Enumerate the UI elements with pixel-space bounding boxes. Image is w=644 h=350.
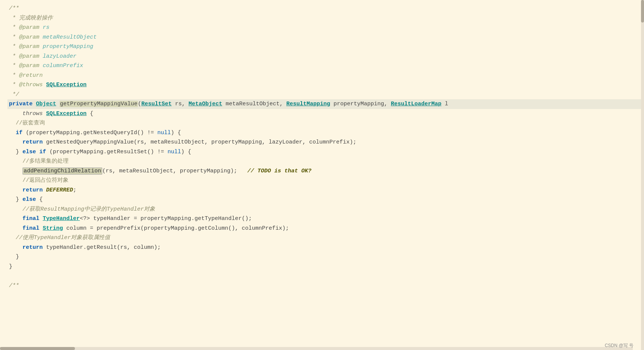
code-line-6: * @param lazyLoader bbox=[7, 52, 644, 61]
vertical-scrollbar-thumb[interactable] bbox=[641, 0, 644, 22]
code-line-27: } bbox=[7, 252, 644, 262]
code-line-20: return DEFERRED; bbox=[7, 185, 644, 195]
code-line-19: //返回占位符对象 bbox=[7, 176, 644, 185]
code-line-2: * 完成映射操作 bbox=[7, 13, 644, 23]
horizontal-scrollbar-thumb[interactable] bbox=[0, 347, 75, 350]
code-line-21: } else { bbox=[7, 195, 644, 205]
code-line-11: private Object getPropertyMappingValue(R… bbox=[7, 99, 644, 109]
code-line-8: * @return bbox=[7, 71, 644, 81]
code-line-30: /** bbox=[7, 281, 644, 291]
footer-text: CSDN @写 号 bbox=[602, 341, 637, 350]
code-line-14: if (propertyMapping.getNestedQueryId() !… bbox=[7, 128, 644, 138]
code-line-28: } bbox=[7, 262, 644, 272]
code-line-17: //多结果集的处理 bbox=[7, 157, 644, 166]
code-line-25: //使用TypeHandler对象获取属性值 bbox=[7, 233, 644, 243]
code-line-10: */ bbox=[7, 90, 644, 100]
code-line-18: addPendingChildRelation(rs, metaResultOb… bbox=[7, 166, 644, 176]
horizontal-scrollbar-track[interactable] bbox=[0, 347, 633, 350]
code-line-4: * @param metaResultObject bbox=[7, 33, 644, 42]
code-line-16: } else if (propertyMapping.getResultSet(… bbox=[7, 147, 644, 157]
code-line-3: * @param rs bbox=[7, 23, 644, 33]
code-line-13: //嵌套查询 bbox=[7, 118, 644, 128]
code-line-5: * @param propertyMapping bbox=[7, 42, 644, 52]
code-line-15: return getNestedQueryMappingValue(rs, me… bbox=[7, 138, 644, 147]
code-line-1: /** bbox=[7, 4, 644, 13]
code-line-23: final TypeHandler<?> typeHandler = prope… bbox=[7, 214, 644, 224]
code-line-22: //获取ResultMapping中记录的TypeHandler对象 bbox=[7, 205, 644, 214]
vertical-scrollbar-track[interactable] bbox=[641, 0, 644, 350]
code-line-7: * @param columnPrefix bbox=[7, 61, 644, 71]
code-line-9: * @throws SQLException bbox=[7, 80, 644, 90]
code-line-29 bbox=[7, 271, 644, 281]
code-line-26: return typeHandler.getResult(rs, column)… bbox=[7, 243, 644, 253]
code-line-24: final String column = prependPrefix(prop… bbox=[7, 224, 644, 233]
code-line-12: throws SQLException { bbox=[7, 109, 644, 119]
code-editor: /** * 完成映射操作 * @param rs * @param metaRe… bbox=[0, 0, 644, 350]
